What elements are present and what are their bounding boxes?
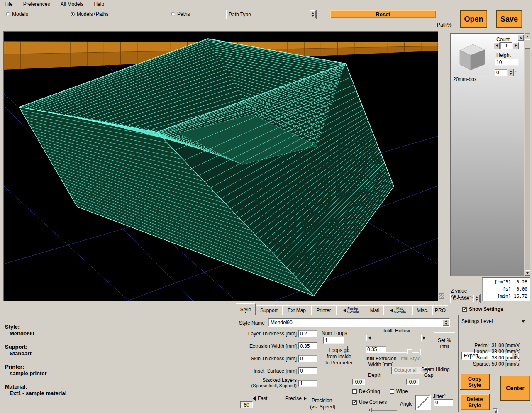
solid-speed: Solid: 33.00 [mm/s] [461,355,520,361]
style-name-label: Style Name [239,320,265,326]
tab-printer[interactable]: Printer [311,305,336,315]
settings-tab-bar: Style Support Ext Map Printer PrinterG-c… [236,303,459,315]
open-label: Open [464,15,483,24]
dropdown-arrows-icon[interactable] [310,10,316,18]
view-mode-paths-radio[interactable]: Paths [171,11,190,17]
infill-header: Infill: Hollow [366,328,428,334]
use-corners-checkbox[interactable]: Use Corners [352,399,387,405]
rotation-input[interactable] [495,69,507,76]
tab-style-label: Style [240,307,251,313]
style-list-scrollbar-thumb[interactable] [494,409,497,413]
infill-style-label: Infill Style [391,356,429,362]
loops-line2: from Inside [317,354,361,360]
destring-checkbox[interactable]: De-String [352,389,380,394]
settings-level-label: Settings Level [461,318,493,324]
tab-pro[interactable]: PRO [432,305,448,315]
close-icon: X [520,36,522,40]
rotation-stepper[interactable] [508,69,514,76]
jitter-input[interactable] [434,399,453,406]
sliced-model-preview[interactable] [4,32,438,301]
scroll-down-button[interactable] [525,270,530,276]
stacked-layers-input[interactable] [298,380,317,387]
save-button[interactable]: Save [496,10,522,28]
count-value[interactable]: 1 [500,42,512,49]
settings-level-expander-icon[interactable] [521,320,525,323]
seam-depth-slider-handle[interactable] [367,408,372,412]
reset-button[interactable]: Reset [330,10,436,18]
open-button[interactable]: Open [460,10,487,28]
height-label: Height [496,52,511,58]
stacked-layers-label: Stacked Layers [238,377,297,383]
count-increment-button[interactable] [513,42,519,49]
precision-value: 60 [240,401,253,408]
menu-preferences[interactable]: Preferences [19,0,55,8]
skin-thickness-input[interactable] [298,355,317,362]
seam-gap-value: 0.0 [406,379,419,385]
scrollbar-thumb[interactable] [525,39,530,49]
support-label: Support: [5,344,27,350]
scroll-up-button[interactable] [525,34,530,39]
tab-ext-map-label: Ext Map [288,308,306,313]
tab-style[interactable]: Style [236,303,256,315]
menu-help[interactable]: Help [89,0,109,8]
delete-style-line2: Style [468,402,481,408]
set-infill-line1: Set % [438,337,451,344]
infill-slider-handle[interactable] [407,349,412,354]
wipe-checkbox[interactable]: Wipe [390,389,408,394]
left-arrow-icon [253,396,256,401]
path-type-dropdown[interactable]: Path Type [226,10,317,19]
dropdown-arrows-icon[interactable] [443,319,449,326]
tab-matl-gcode[interactable]: MatlG-code [383,305,412,315]
num-loops-input[interactable] [323,337,344,344]
path-percent-label: Path% [437,22,451,28]
copy-style-button[interactable]: Copy Style [460,374,490,390]
tab-misc-label: Misc. [417,308,428,313]
extrusion-width-input[interactable] [298,342,317,349]
tab-printer-gcode[interactable]: PrinterG-code [336,305,366,315]
view-mode-models-radio[interactable]: Models [6,11,28,17]
material-value: Ext1 - sample material [10,390,66,396]
menu-file[interactable]: File [0,0,17,8]
tab-ext-map[interactable]: Ext Map [282,305,311,315]
precision-precise-label: Precise [285,396,307,401]
model-list-scrollbar[interactable] [525,33,530,276]
set-percent-infill-button[interactable]: Set % Infill [434,332,455,354]
tab-matl[interactable]: Matl [366,305,383,315]
current-selection-summary: Style: Mendel90 Support: Standart Printe… [5,324,179,398]
center-button[interactable]: Center [500,376,530,401]
inset-surface-input[interactable] [298,367,317,374]
right-arrow-icon [304,396,307,401]
seam-depth-slider[interactable] [366,407,398,413]
left-arrow-icon [496,44,498,47]
dropdown-arrows-icon[interactable] [473,295,480,302]
model-thumbnail[interactable] [453,36,489,75]
delete-style-button[interactable]: Delete Style [460,394,490,410]
viewport-3d[interactable] [3,31,438,301]
height-input[interactable] [495,59,519,66]
style-name-dropdown[interactable]: Mendel90 [268,318,450,327]
infill-increase-button[interactable] [421,335,427,341]
infill-extrusion-width-input[interactable] [366,346,386,353]
infill-decrease-button[interactable] [366,335,372,341]
model-list[interactable]: 20mm-box X Count 1 Height ° [450,33,524,276]
view-mode-paths-label: Paths [177,11,190,17]
resize-grip[interactable] [439,293,444,299]
inset-surface-label: Inset Surface [mm] [238,368,297,374]
view-mode-models-paths-label: Models+Paths [77,11,108,17]
layer-thickness-input[interactable] [298,330,317,337]
seam-angle-dial[interactable] [415,395,431,410]
left-arrow-icon [368,337,371,340]
style-list-scrollbar[interactable] [493,408,498,413]
remove-model-button[interactable]: X [518,35,524,41]
menu-all-models[interactable]: All Models [56,0,88,8]
kisslicer-window: { "menu": { "items": [ {"label": "File"}… [0,0,532,413]
count-decrement-button[interactable] [494,42,500,49]
left-arrow-icon [390,309,393,312]
speed-summary: Perim: 31.00 [mm/s] Loops: 38.00 [mm/s] … [461,342,520,367]
tab-support[interactable]: Support [256,305,282,315]
tab-misc[interactable]: Misc. [412,305,432,315]
view-mode-models-paths-radio[interactable]: Models+Paths [71,11,108,17]
loops-speed: Loops: 38.00 [mm/s] [461,349,520,355]
show-settings-checkbox[interactable]: Show Settings [462,306,503,312]
show-settings-label: Show Settings [469,306,503,312]
